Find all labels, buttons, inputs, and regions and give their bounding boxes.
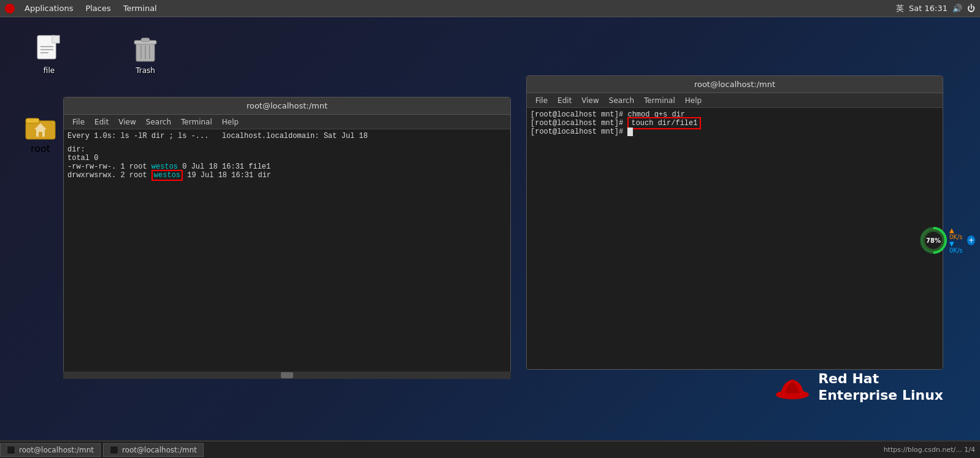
terminal-titlebar-right: root@localhost:/mnt xyxy=(527,76,943,93)
term2-menu-edit[interactable]: Edit xyxy=(554,95,575,106)
svg-rect-16 xyxy=(39,132,42,137)
cursor xyxy=(627,128,633,136)
taskbar: root@localhost:/mnt root@localhost:/mnt … xyxy=(0,441,980,458)
language-indicator: 英 xyxy=(896,3,904,14)
term2-menu-terminal[interactable]: Terminal xyxy=(640,95,679,106)
taskbar-right-text: https://blog.csdn.net/... 1/4 xyxy=(884,446,980,454)
taskbar-item-1[interactable]: root@localhost:/mnt xyxy=(103,443,204,457)
volume-icon[interactable]: 🔊 xyxy=(952,4,962,13)
taskbar-label-0: root@localhost:/mnt xyxy=(19,446,94,454)
trash-icon-label: Trash xyxy=(136,66,155,75)
desktop: file Trash xyxy=(0,17,980,440)
menu-applications[interactable]: Applications xyxy=(20,2,78,14)
clock: Sat 16:31 xyxy=(909,4,947,13)
desktop-icon-file[interactable]: file xyxy=(25,34,74,75)
terminal-line-1: dir: xyxy=(67,145,507,154)
file-icon xyxy=(34,34,64,64)
terminal-titlebar-left: root@localhost:/mnt xyxy=(64,97,510,115)
term-menu-view[interactable]: View xyxy=(115,116,139,128)
terminal-line-2: total 0 xyxy=(67,154,507,162)
terminal-right-line-2: [root@localhost mnt]# xyxy=(530,128,939,136)
net-speeds: ▲ 0K/s ▼ 0K/s xyxy=(949,227,965,254)
terminal-menubar-right: File Edit View Search Terminal Help xyxy=(527,93,943,108)
terminal-line-0: Every 1.0s: ls -lR dir ; ls -... localho… xyxy=(67,132,507,140)
term2-menu-search[interactable]: Search xyxy=(605,95,638,106)
top-bar-left: Applications Places Terminal xyxy=(5,2,896,14)
terminal-window-right: root@localhost:/mnt File Edit View Searc… xyxy=(526,75,943,370)
terminal-right-line-0: [root@localhost mnt]# chmod g+s dir xyxy=(530,110,939,119)
redhat-name: Red Hat xyxy=(818,371,943,387)
taskbar-icon-1 xyxy=(110,446,118,454)
net-down: ▼ 0K/s xyxy=(949,240,965,254)
terminal-line-3: -rw-rw-rw-. 1 root westos 0 Jul 18 16:31… xyxy=(67,162,507,171)
terminal-right-line-1: [root@localhost mnt]# touch dir/file1 xyxy=(530,119,939,128)
term2-menu-help[interactable]: Help xyxy=(681,95,705,106)
term-menu-search[interactable]: Search xyxy=(142,116,175,128)
taskbar-label-1: root@localhost:/mnt xyxy=(122,446,197,454)
redhat-text: Red Hat Enterprise Linux xyxy=(818,371,943,403)
desktop-icon-trash[interactable]: Trash xyxy=(121,34,170,75)
terminal-content-right[interactable]: [root@localhost mnt]# chmod g+s dir [roo… xyxy=(527,108,943,369)
taskbar-icon-0 xyxy=(7,446,15,454)
taskbar-item-0[interactable]: root@localhost:/mnt xyxy=(0,443,101,457)
top-bar-right: 英 Sat 16:31 🔊 ⏻ xyxy=(896,3,975,14)
svg-text:78%: 78% xyxy=(926,237,941,244)
net-up: ▲ 0K/s xyxy=(949,227,965,240)
trash-icon xyxy=(131,34,160,64)
rhel-logo-dot xyxy=(5,4,15,13)
westos-highlight: westos xyxy=(151,170,183,181)
touch-command-highlight: touch dir/file1 xyxy=(627,117,701,129)
redhat-product: Enterprise Linux xyxy=(818,387,943,403)
term-menu-edit[interactable]: Edit xyxy=(91,116,112,128)
menu-places[interactable]: Places xyxy=(80,2,115,14)
terminal-left-scrollbar[interactable] xyxy=(63,372,511,379)
network-circle: 78% xyxy=(920,227,947,254)
svg-rect-13 xyxy=(26,118,39,123)
terminal-menubar-left: File Edit View Search Terminal Help xyxy=(64,115,510,129)
terminal-title-right: root@localhost:/mnt xyxy=(694,80,775,89)
network-add-button[interactable]: + xyxy=(967,235,975,245)
scrollbar-thumb xyxy=(281,372,293,378)
terminal-title-left: root@localhost:/mnt xyxy=(247,101,327,110)
term-menu-terminal[interactable]: Terminal xyxy=(177,116,216,128)
terminal-window-left: root@localhost:/mnt File Edit View Searc… xyxy=(63,97,511,379)
terminal-content-left[interactable]: Every 1.0s: ls -lR dir ; ls -... localho… xyxy=(64,129,510,378)
term2-menu-file[interactable]: File xyxy=(532,95,551,106)
redhat-logo: Red Hat Enterprise Linux xyxy=(774,371,943,403)
term-menu-file[interactable]: File xyxy=(69,116,88,128)
terminal-line-4: drwxrwsrwx. 2 root westos 19 Jul 18 16:3… xyxy=(67,171,507,180)
svg-rect-2 xyxy=(52,36,59,43)
folder-icon xyxy=(25,112,56,143)
menu-terminal[interactable]: Terminal xyxy=(118,2,162,14)
term-menu-help[interactable]: Help xyxy=(218,116,242,128)
network-widget[interactable]: 78% ▲ 0K/s ▼ 0K/s + xyxy=(920,231,975,250)
term2-menu-view[interactable]: View xyxy=(578,95,602,106)
desktop-icon-home-folder[interactable]: root xyxy=(16,112,65,155)
top-menu-bar: Applications Places Terminal 英 Sat 16:31… xyxy=(0,0,980,17)
svg-rect-8 xyxy=(141,38,150,42)
folder-icon-label: root xyxy=(31,143,50,155)
power-icon[interactable]: ⏻ xyxy=(967,4,975,13)
file-icon-label: file xyxy=(44,66,55,75)
